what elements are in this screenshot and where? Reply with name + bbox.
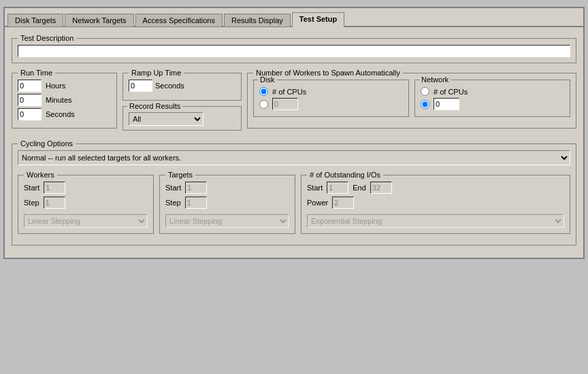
tab-network-targets[interactable]: Network Targets [65, 14, 133, 27]
tab-test-setup[interactable]: Test Setup [292, 12, 344, 27]
outstanding-start-end-row: Start End [307, 182, 564, 194]
ramp-up-unit: Seconds [155, 82, 184, 90]
network-count-input[interactable] [434, 98, 459, 110]
targets-step-row: Step [165, 197, 289, 209]
tab-bar: Disk Targets Network Targets Access Spec… [5, 8, 583, 27]
outstanding-end-input[interactable] [370, 182, 392, 194]
record-results-label: Record Results [127, 102, 182, 110]
ramp-up-row: Seconds [129, 80, 235, 92]
outstanding-stepping-select[interactable]: Exponential Stepping [307, 214, 564, 228]
targets-start-row: Start [165, 182, 289, 194]
record-results-select[interactable]: All None Errors [129, 112, 203, 126]
targets-step-input[interactable] [185, 197, 207, 209]
seconds-input[interactable] [18, 108, 42, 120]
outstanding-power-input[interactable] [332, 197, 354, 209]
hours-input[interactable] [18, 80, 42, 92]
cycling-mode-select[interactable]: Normal -- run all selected targets for a… [18, 150, 570, 165]
ramp-up-label: Ramp Up Time [129, 69, 184, 77]
minutes-input[interactable] [18, 94, 42, 106]
workers-step-input[interactable] [44, 197, 65, 209]
ramp-up-group: Ramp Up Time Seconds [122, 69, 242, 101]
spawn-inner: Disk # of CPUs Network [253, 80, 570, 117]
disk-cpu-radio[interactable] [259, 87, 268, 96]
workers-step-row: Step [24, 197, 148, 209]
main-window: Disk Targets Network Targets Access Spec… [3, 7, 585, 259]
targets-step-label: Step [165, 199, 181, 207]
record-results-group: Record Results All None Errors [122, 106, 242, 131]
test-description-group: Test Description [12, 34, 576, 63]
targets-start-input[interactable] [185, 182, 207, 194]
spawn-disk-label: Disk [258, 75, 276, 84]
workers-step-label: Step [24, 199, 39, 207]
disk-cpu-radio-row: # of CPUs [259, 87, 403, 96]
ramp-up-input[interactable] [129, 80, 152, 92]
test-description-label: Test Description [18, 34, 76, 42]
tab-disk-targets[interactable]: Disk Targets [7, 14, 63, 27]
workers-stepping-select[interactable]: Linear Stepping [24, 214, 148, 228]
cycling-options-label: Cycling Options [18, 139, 76, 148]
disk-count-input[interactable] [272, 98, 298, 110]
outstanding-start-input[interactable] [327, 182, 348, 194]
network-cpu-radio[interactable] [421, 87, 429, 96]
workers-start-input[interactable] [44, 182, 65, 194]
hours-row: Hours [18, 80, 111, 92]
network-cpu-radio-row: # of CPUs [421, 87, 564, 96]
disk-cpu-label: # of CPUs [272, 88, 306, 96]
cycling-targets-group: Targets Start Step Linear Stepping [159, 171, 295, 234]
tab-results-display[interactable]: Results Display [224, 14, 291, 27]
tab-content: Test Description Run Time Hours Minutes … [5, 27, 583, 258]
minutes-row: Minutes [18, 94, 111, 106]
cycling-outstanding-group: # of Outstanding I/Os Start End Power Ex… [301, 171, 570, 234]
cycling-outstanding-label: # of Outstanding I/Os [307, 171, 383, 179]
spawn-network-label: Network [419, 75, 451, 84]
targets-start-label: Start [165, 184, 181, 192]
network-cpu-label: # of CPUs [434, 88, 468, 96]
hours-label: Hours [46, 82, 65, 90]
cycling-options-group: Cycling Options Normal -- run all select… [12, 139, 576, 245]
minutes-label: Minutes [46, 96, 72, 104]
run-time-group: Run Time Hours Minutes Seconds [12, 69, 117, 129]
cycling-workers-label: Workers [24, 171, 57, 179]
seconds-label: Seconds [46, 110, 75, 118]
targets-stepping-select[interactable]: Linear Stepping [165, 214, 289, 228]
seconds-row: Seconds [18, 108, 111, 120]
cycling-workers-group: Workers Start Step Linear Stepping [18, 171, 154, 234]
test-description-input[interactable] [18, 45, 570, 57]
workers-spawn-group: Number of Workers to Spawn Automatically… [247, 69, 576, 129]
workers-start-row: Start [24, 182, 148, 194]
network-count-radio-row [421, 98, 564, 110]
outstanding-end-label: End [353, 184, 366, 192]
spawn-disk-group: Disk # of CPUs [253, 80, 409, 117]
top-section: Run Time Hours Minutes Seconds Ramp Up T… [12, 69, 576, 134]
run-time-label: Run Time [18, 69, 55, 77]
disk-count-radio-row [259, 98, 403, 110]
ramp-record-container: Ramp Up Time Seconds Record Results All … [122, 69, 242, 134]
outstanding-start-label: Start [307, 184, 323, 192]
tab-access-specifications[interactable]: Access Specifications [135, 14, 223, 27]
disk-count-radio[interactable] [259, 100, 268, 109]
workers-start-label: Start [24, 184, 39, 192]
spawn-network-group: Network # of CPUs [414, 80, 570, 117]
network-count-radio[interactable] [421, 100, 429, 109]
cycling-targets-label: Targets [165, 171, 195, 179]
cycling-bottom: Workers Start Step Linear Stepping [18, 171, 570, 239]
outstanding-power-label: Power [307, 199, 328, 207]
outstanding-power-row: Power [307, 197, 564, 209]
